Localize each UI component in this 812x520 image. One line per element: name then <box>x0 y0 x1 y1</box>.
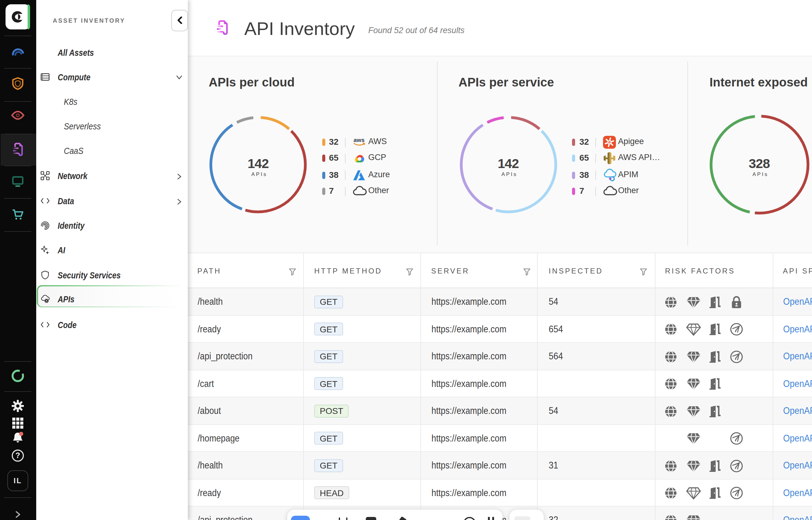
svg-text:aws: aws <box>353 137 364 143</box>
svg-text:?: ? <box>16 451 20 459</box>
